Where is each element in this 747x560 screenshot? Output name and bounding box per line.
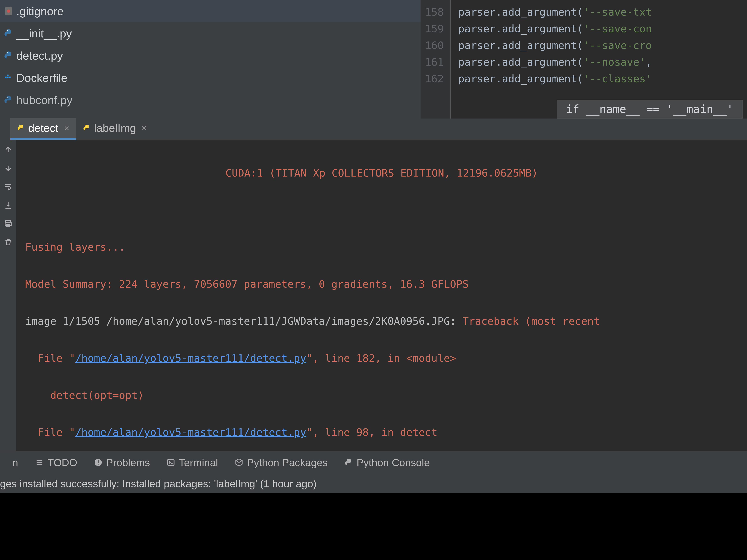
export-button[interactable]	[3, 199, 14, 211]
packages-tab[interactable]: Python Packages	[235, 456, 328, 469]
status-bar: ges installed successfully: Installed pa…	[0, 474, 747, 494]
close-icon[interactable]: ×	[64, 123, 69, 133]
python-icon	[4, 28, 14, 38]
file-name: Dockerfile	[16, 71, 68, 84]
run-tab-bar: detect × labelImg ×	[0, 118, 747, 140]
tab-label: labelImg	[94, 122, 136, 134]
soft-wrap-button[interactable]	[3, 181, 14, 192]
svg-rect-7	[7, 75, 8, 76]
traceback-link-2[interactable]: /home/alan/yolov5-master111/detect.py	[75, 426, 306, 438]
console-toolbar	[0, 140, 16, 451]
python-icon	[83, 122, 91, 134]
svg-rect-5	[7, 77, 8, 78]
svg-point-1	[7, 9, 10, 12]
file-item-init[interactable]: __init__.py	[0, 22, 420, 45]
svg-point-8	[7, 97, 7, 98]
file-item-gitignore[interactable]: .gitignore	[0, 0, 420, 22]
file-name: detect.py	[16, 49, 63, 62]
python-console-tab[interactable]: Python Console	[344, 456, 430, 469]
print-button[interactable]	[3, 218, 14, 229]
project-tree[interactable]: .gitignore __init__.py detect.py Dockerf…	[0, 0, 420, 118]
traceback-code-1: detect(opt=opt)	[25, 389, 144, 401]
screen-bezel	[0, 494, 747, 560]
cuda-line: CUDA:1 (TITAN Xp COLLECTORS EDITION, 121…	[226, 167, 538, 179]
run-tab-detect[interactable]: detect ×	[10, 118, 76, 140]
line-gutter: 158 159 160 161 162	[420, 0, 451, 118]
svg-rect-15	[98, 460, 99, 463]
status-message: ges installed successfully: Installed pa…	[0, 478, 317, 490]
run-tab-labelimg[interactable]: labelImg ×	[76, 118, 153, 140]
file-name: .gitignore	[16, 5, 63, 18]
svg-point-10	[85, 125, 86, 126]
svg-point-2	[7, 30, 7, 31]
trash-button[interactable]	[3, 237, 14, 248]
fusing-line: Fusing layers...	[25, 241, 125, 253]
summary-line: Model Summary: 224 layers, 7056607 param…	[25, 278, 469, 290]
gitignore-icon	[4, 6, 14, 16]
docker-icon	[4, 73, 14, 83]
svg-rect-16	[98, 464, 99, 464]
traceback-link-1[interactable]: /home/alan/yolov5-master111/detect.py	[75, 352, 306, 364]
console-output[interactable]: CUDA:1 (TITAN Xp COLLECTORS EDITION, 121…	[16, 140, 747, 451]
traceback-head: Traceback (most recent	[462, 315, 606, 327]
todo-tab[interactable]: TODO	[35, 456, 77, 469]
svg-point-3	[7, 52, 7, 53]
svg-point-9	[20, 125, 20, 126]
terminal-tab[interactable]: Terminal	[166, 456, 218, 469]
close-icon[interactable]: ×	[141, 123, 147, 133]
image-path: image 1/1505 /home/alan/yolov5-master111…	[25, 315, 462, 327]
scroll-down-button[interactable]	[3, 163, 14, 174]
python-icon	[4, 95, 14, 105]
bottom-tab-bar: n TODO Problems Terminal Python Packages…	[0, 451, 747, 474]
file-item-hubconf[interactable]: hubconf.py	[0, 89, 420, 111]
svg-rect-17	[168, 460, 174, 465]
python-icon	[17, 122, 25, 134]
svg-rect-4	[5, 77, 7, 78]
editor-pane[interactable]: 158 159 160 161 162 parser.add_argument(…	[420, 0, 747, 118]
python-icon	[4, 51, 14, 60]
file-item-dockerfile[interactable]: Dockerfile	[0, 67, 420, 89]
svg-rect-6	[9, 77, 10, 78]
file-name: hubconf.py	[16, 94, 73, 107]
scroll-up-button[interactable]	[3, 144, 14, 155]
tab-label: detect	[28, 122, 58, 134]
problems-tab[interactable]: Problems	[94, 456, 150, 469]
completion-popup[interactable]: if __name__ == '__main__'	[557, 100, 743, 118]
run-tool-label[interactable]: n	[8, 456, 19, 469]
file-item-detect[interactable]: detect.py	[0, 45, 420, 67]
file-name: __init__.py	[16, 27, 72, 40]
